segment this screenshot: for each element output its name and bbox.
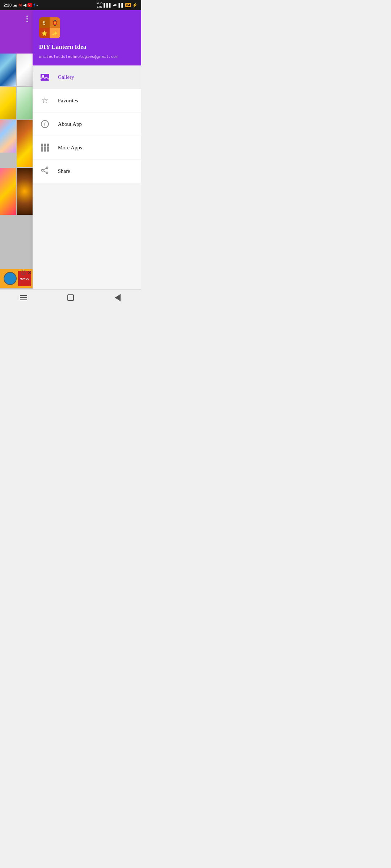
star-icon: ☆ [41, 97, 49, 105]
dot-icon: • [36, 3, 38, 7]
grid-cell-5 [44, 146, 46, 149]
gallery-image-blue-lantern [0, 54, 16, 86]
gallery-image-colorful [0, 120, 16, 153]
grid-cell-7 [41, 149, 43, 152]
grid-cell-9 [47, 149, 49, 152]
grid-cell-3 [47, 144, 49, 146]
drawer-menu: Gallery ☆ Favorites i About App [33, 65, 141, 305]
background-gallery: i ✕ MUNGU [0, 10, 33, 305]
dot-2 [26, 18, 28, 20]
grid-cell-2 [44, 144, 46, 146]
charging-icon: ⚡ [132, 3, 138, 8]
ad-logo-circle [4, 272, 17, 285]
app-icon-cell-1: 🕯 [39, 17, 50, 28]
app-top-bar [0, 10, 33, 54]
gallery-image-warm-lantern [17, 120, 33, 167]
status-right: VoDLTE ▌▌▌ 4G ▌▌ 84 ⚡ [97, 2, 138, 8]
grid-cell-4 [41, 146, 43, 149]
back-triangle-icon [115, 294, 121, 301]
volte-indicator: VoDLTE [97, 2, 102, 8]
gallery-cell-6[interactable] [17, 120, 33, 167]
menu-item-favorites[interactable]: ☆ Favorites [33, 89, 141, 112]
share-icon [41, 166, 49, 176]
gallery-cell-3[interactable] [0, 87, 16, 119]
menu-item-about[interactable]: i About App [33, 112, 141, 136]
gallery-image-yellow-craft [0, 87, 16, 119]
drawer-header: 🕯 🏮 ⭐ ✨ DIY Lantern Idea whitecloudstech… [33, 10, 141, 65]
gallery-label: Gallery [58, 74, 74, 80]
app-icon: 🕯 🏮 ⭐ ✨ [39, 17, 60, 38]
app-icon-cell-3: ⭐ [39, 28, 50, 38]
svg-point-3 [46, 172, 48, 174]
menu-item-more-apps[interactable]: More Apps [33, 136, 141, 159]
about-menu-icon: i [40, 119, 50, 129]
menu-item-share[interactable]: Share [33, 159, 141, 183]
gallery-image-white-pom [17, 54, 33, 86]
svg-line-6 [43, 171, 46, 173]
time-display: 2:20 [4, 3, 12, 7]
app-icon-cell-2: 🏮 [50, 17, 60, 28]
navigation-drawer: 🕯 🏮 ⭐ ✨ DIY Lantern Idea whitecloudstech… [33, 10, 141, 305]
h-line-1 [20, 295, 27, 296]
svg-rect-0 [41, 74, 49, 81]
info-icon: i [41, 120, 49, 128]
battery-display: 84 [125, 3, 131, 7]
favorites-label: Favorites [58, 98, 78, 104]
gallery-cell-7[interactable] [0, 168, 16, 215]
gallery-cell-2[interactable] [17, 54, 33, 86]
app-name: DIY Lantern Idea [39, 43, 135, 51]
svg-point-2 [46, 167, 48, 169]
dot-3 [26, 21, 28, 22]
more-apps-label: More Apps [58, 145, 82, 151]
gallery-cell-8[interactable] [17, 168, 33, 215]
svg-line-5 [43, 168, 46, 170]
ad-banner: i ✕ MUNGU [0, 269, 33, 288]
main-container: i ✕ MUNGU 🕯 🏮 ⭐ ✨ DIY Lantern Idea white… [0, 10, 141, 305]
share-menu-icon [40, 166, 50, 176]
status-bar: 2:20 ☁ M ◀ VI f • VoDLTE ▌▌▌ 4G ▌▌ 84 ⚡ [0, 0, 141, 10]
h-line-3 [20, 299, 27, 300]
gallery-menu-icon [40, 72, 50, 82]
gallery-image-dark-glow [17, 168, 33, 215]
navigation-icon: ◀ [23, 3, 26, 8]
dot-1 [26, 16, 28, 17]
app-icon-cell-4: ✨ [50, 28, 60, 38]
4g-indicator: 4G [113, 3, 117, 7]
gmail-icon: M [18, 3, 22, 7]
status-left: 2:20 ☁ M ◀ VI f • [4, 3, 38, 8]
nav-back-button[interactable] [113, 293, 123, 302]
bottom-nav-bar [0, 289, 141, 305]
svg-point-4 [41, 169, 43, 171]
ad-info-button[interactable]: i [21, 270, 26, 275]
ad-close-button[interactable]: ✕ [28, 270, 32, 276]
gallery-image-paper-craft [17, 87, 33, 119]
more-apps-menu-icon [40, 142, 50, 153]
signal-bars: ▌▌▌ [104, 3, 112, 7]
gallery-grid [0, 54, 33, 215]
gallery-cell-5[interactable] [0, 120, 16, 153]
overflow-menu-button[interactable] [25, 14, 30, 24]
about-label: About App [58, 121, 82, 127]
nav-menu-button[interactable] [18, 293, 29, 302]
hamburger-icon [20, 295, 27, 300]
app-email: whitecloudstechnologies@gmail.com [39, 54, 135, 59]
grid-cell-6 [47, 146, 49, 149]
share-label: Share [58, 168, 70, 174]
favorites-menu-icon: ☆ [40, 95, 50, 106]
gallery-image-flower-lamp [0, 168, 16, 215]
gallery-cell-4[interactable] [17, 87, 33, 119]
ad-brand-name: MUNGU [20, 277, 29, 280]
signal-bars-2: ▌▌ [118, 3, 124, 7]
grid-cell-1 [41, 144, 43, 146]
facebook-icon: f [34, 3, 35, 7]
grid-icon [41, 144, 49, 152]
cloud-icon: ☁ [13, 3, 17, 8]
home-square-icon [67, 294, 74, 301]
gallery-cell-1[interactable] [0, 54, 16, 86]
nav-home-button[interactable] [66, 293, 76, 302]
vi-icon: VI [28, 3, 32, 7]
h-line-2 [20, 297, 27, 298]
grid-cell-8 [44, 149, 46, 152]
menu-item-gallery[interactable]: Gallery [33, 65, 141, 89]
